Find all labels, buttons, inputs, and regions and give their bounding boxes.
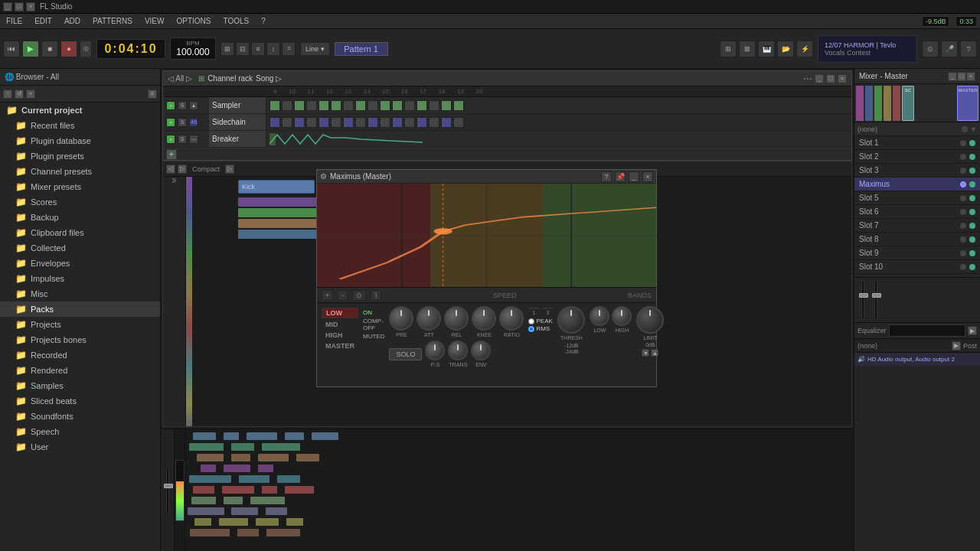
band-tab-mid[interactable]: MID bbox=[322, 320, 358, 329]
seq-note-4-1[interactable] bbox=[201, 465, 216, 472]
rms-radio[interactable]: RMS bbox=[528, 325, 553, 332]
sidebar-item-envelopes[interactable]: 📁 Envelopes bbox=[0, 256, 160, 271]
seq-note-6-4[interactable] bbox=[285, 486, 314, 494]
bpm-value[interactable]: 100.000 bbox=[175, 47, 211, 57]
menu-add[interactable]: ADD bbox=[61, 16, 83, 26]
seq-note-3-2[interactable] bbox=[231, 454, 250, 461]
sidebar-item-mixer-presets[interactable]: 📁 Mixer presets bbox=[0, 179, 160, 194]
seq-note-9-4[interactable] bbox=[286, 518, 303, 526]
tool-5[interactable]: ⌗ bbox=[282, 42, 296, 56]
step-s11[interactable] bbox=[392, 100, 403, 111]
knob-limit[interactable] bbox=[636, 306, 664, 334]
sidebar-item-recorded[interactable]: 📁 Recorded bbox=[0, 347, 160, 363]
seq-note-5-1[interactable] bbox=[189, 475, 231, 483]
menu-tools[interactable]: TOOLS bbox=[220, 16, 252, 26]
ch-solo-breaker[interactable]: S bbox=[178, 135, 187, 144]
ch-mute-sampler[interactable]: ● bbox=[166, 101, 175, 110]
step-s6[interactable] bbox=[331, 100, 341, 111]
mixer-ch-3[interactable] bbox=[874, 86, 882, 121]
sidebar-item-samples[interactable]: 📁 Samples bbox=[0, 378, 160, 393]
step-s4[interactable] bbox=[306, 100, 317, 111]
tool-2[interactable]: ⊟ bbox=[236, 42, 250, 56]
rms-radio-input[interactable] bbox=[528, 326, 534, 332]
ch-mute-breaker[interactable]: ● bbox=[166, 135, 175, 144]
bpm-display[interactable]: BPM 100.000 bbox=[170, 37, 216, 60]
step-sc1[interactable] bbox=[270, 117, 280, 128]
knob-ps[interactable] bbox=[425, 341, 445, 360]
step-sc2[interactable] bbox=[282, 117, 292, 128]
sidebar-item-packs[interactable]: 📁 Packs bbox=[0, 302, 160, 317]
step-sc16[interactable] bbox=[453, 117, 464, 128]
minimize-button[interactable]: _ bbox=[3, 2, 12, 11]
maximus-pin-button[interactable]: 📌 bbox=[615, 171, 626, 182]
menu-patterns[interactable]: PATTERNS bbox=[90, 16, 136, 26]
step-s1[interactable] bbox=[270, 100, 280, 111]
channel-rack-song-button[interactable]: Song ▷ bbox=[256, 74, 282, 83]
band-tab-low[interactable]: LOW bbox=[322, 308, 358, 318]
eq-expand-button[interactable]: ▶ bbox=[968, 326, 977, 335]
cpu-button[interactable]: ⊙ bbox=[922, 41, 939, 57]
seq-note-2-3[interactable] bbox=[262, 443, 300, 451]
maximize-button[interactable]: □ bbox=[15, 2, 24, 11]
ch-name-breaker[interactable]: Breaker bbox=[209, 131, 266, 147]
browser-button[interactable]: 📂 bbox=[777, 41, 794, 57]
seq-note-6-2[interactable] bbox=[222, 486, 254, 494]
compact-expand[interactable]: ▷ bbox=[225, 165, 234, 174]
mixer-slot-maximus[interactable]: Maximus bbox=[854, 178, 980, 191]
seq-note-3-3[interactable] bbox=[258, 454, 289, 461]
step-sc6[interactable] bbox=[331, 117, 341, 128]
limit-down-button[interactable]: ▼ bbox=[642, 349, 649, 357]
sidebar-item-backup[interactable]: 📁 Backup bbox=[0, 210, 160, 225]
step-s10[interactable] bbox=[380, 100, 390, 111]
step-s5[interactable] bbox=[318, 100, 329, 111]
tool-4[interactable]: ↕ bbox=[266, 42, 280, 56]
maximus-minimize-button[interactable]: _ bbox=[629, 171, 639, 182]
sidebar-item-impulses[interactable]: 📁 Impulses bbox=[0, 271, 160, 286]
step-s14[interactable] bbox=[429, 100, 439, 111]
sidebar-item-plugin-database[interactable]: 📁 Plugin database bbox=[0, 133, 160, 148]
mixer-slot-6[interactable]: Slot 6 bbox=[854, 205, 980, 219]
step-sc11[interactable] bbox=[392, 117, 403, 128]
seq-note-9-1[interactable] bbox=[194, 518, 211, 526]
mixer-slot-10[interactable]: Slot 10 bbox=[854, 260, 980, 274]
sidebar-item-misc[interactable]: 📁 Misc bbox=[0, 286, 160, 302]
sidebar-item-sliced-beats[interactable]: 📁 Sliced beats bbox=[0, 393, 160, 409]
knob-ratio[interactable] bbox=[499, 306, 524, 331]
sidebar-up-button[interactable]: ↑ bbox=[3, 90, 12, 99]
close-button[interactable]: × bbox=[26, 2, 35, 11]
mixer-ch-2[interactable] bbox=[865, 86, 873, 121]
mixer-minimize[interactable]: _ bbox=[948, 72, 957, 81]
sidebar-item-current-project[interactable]: 📁 Current project bbox=[0, 103, 160, 118]
step-s12[interactable] bbox=[404, 100, 415, 111]
step-s13[interactable] bbox=[416, 100, 427, 111]
menu-options[interactable]: OPTIONS bbox=[173, 16, 214, 26]
play-button[interactable]: ▶ bbox=[22, 41, 39, 57]
mixer-slot-5[interactable]: Slot 5 bbox=[854, 191, 980, 205]
seq-note-10-3[interactable] bbox=[266, 529, 300, 536]
mixer-ch-4[interactable] bbox=[884, 86, 891, 121]
knob-knee[interactable] bbox=[472, 306, 496, 331]
sidebar-item-scores[interactable]: 📁 Scores bbox=[0, 194, 160, 210]
step-sc9[interactable] bbox=[368, 117, 378, 128]
help2-button[interactable]: ? bbox=[960, 41, 977, 57]
step-sc5[interactable] bbox=[318, 117, 329, 128]
seq-note-1-5[interactable] bbox=[312, 432, 338, 440]
sidebar-view-button[interactable]: ≡ bbox=[148, 90, 157, 99]
step-sc14[interactable] bbox=[429, 117, 439, 128]
step-sc3[interactable] bbox=[294, 117, 305, 128]
mixer-slot-7[interactable]: Slot 7 bbox=[854, 219, 980, 233]
seq-note-7-1[interactable] bbox=[191, 497, 216, 504]
maximus-line-type[interactable]: ⌇ bbox=[371, 290, 381, 301]
peak-radio-input[interactable] bbox=[528, 318, 534, 324]
maximus-reset[interactable]: ⊙ bbox=[352, 290, 366, 301]
sidebar-item-clipboard-files[interactable]: 📁 Clipboard files bbox=[0, 225, 160, 240]
mixer-none-dropdown[interactable]: (none) ▼ bbox=[854, 122, 980, 136]
sidebar-item-user[interactable]: 📁 User bbox=[0, 439, 160, 455]
mixer-ch-sidechain[interactable]: SC bbox=[902, 86, 914, 121]
seq-note-2-2[interactable] bbox=[231, 443, 254, 451]
band-tab-master[interactable]: MASTER bbox=[322, 341, 358, 350]
record-mode-button[interactable]: ◎ bbox=[80, 41, 92, 57]
step-sc8[interactable] bbox=[355, 117, 366, 128]
seq-note-5-3[interactable] bbox=[277, 475, 300, 483]
sidebar-item-channel-presets[interactable]: 📁 Channel presets bbox=[0, 164, 160, 179]
